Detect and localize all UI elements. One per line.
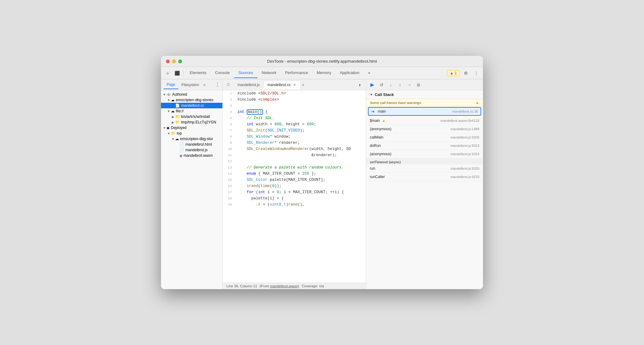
code-editor[interactable]: 1 #include <SDL2/SDL.h> 2 #include <comp… bbox=[223, 90, 366, 283]
cs-item-dorun[interactable]: doRun mandelbrot.js:9313 bbox=[366, 142, 483, 150]
tree-install[interactable]: ▶ 📁 b/s/w/ir/x/w/install bbox=[161, 114, 222, 119]
tree-wasm[interactable]: ▣ mandelbrot.wasm bbox=[161, 153, 222, 158]
tree-html[interactable]: 📄 mandelbrot.html bbox=[161, 142, 222, 147]
sidebar-tab-page[interactable]: Page bbox=[163, 81, 178, 89]
line-num-16: 16 bbox=[223, 183, 235, 189]
step-over-icon[interactable]: ↺ bbox=[378, 81, 385, 89]
cs-item-dolmain[interactable]: $main ▲ mandelbrot.wasm:0x4118 bbox=[366, 116, 483, 125]
call-stack-header[interactable]: ▼ Call Stack bbox=[366, 90, 483, 99]
sidebar-menu-icon[interactable]: ⋮ bbox=[215, 82, 220, 88]
cs-anon1-row: (anonymous) mandelbrot.js:1488 bbox=[370, 127, 479, 131]
settings-icon[interactable]: ⚙ bbox=[461, 69, 470, 77]
tree-emscripten-authored[interactable]: ▼ ☁ emscripten-dbg-stories bbox=[161, 97, 222, 103]
close-button[interactable] bbox=[166, 60, 170, 63]
code-tab-cc[interactable]: mandelbrot.cc ✕ bbox=[263, 81, 301, 89]
toolbar-right: ▲ 1 ⚙ ⋮ bbox=[447, 69, 481, 77]
code-line-19: 19 .r = (uint8_t)rand(), bbox=[223, 202, 366, 208]
cs-dorun-row: doRun mandelbrot.js:9313 bbox=[370, 143, 479, 148]
cs-runcaller-fn: runCaller bbox=[370, 175, 385, 179]
file-url-label: file:// bbox=[176, 109, 184, 113]
cs-dolmain-row: $main ▲ mandelbrot.wasm:0x4118 bbox=[370, 118, 479, 123]
sidebar-toggle-icon[interactable]: ⬡ bbox=[224, 81, 233, 89]
warning-badge[interactable]: ▲ 1 bbox=[447, 70, 460, 76]
tab-application[interactable]: Application bbox=[336, 68, 364, 78]
line-num-17: 17 bbox=[223, 189, 235, 195]
tab-console[interactable]: Console bbox=[211, 68, 234, 78]
title-bar: DevTools - emscripten-dbg-stories.netlif… bbox=[161, 56, 483, 67]
footer-from-file[interactable]: mandelbrot.wasm bbox=[270, 284, 298, 288]
minimize-button[interactable] bbox=[172, 60, 176, 63]
tab-network[interactable]: Network bbox=[258, 68, 281, 78]
inspect-icon[interactable]: ⊹ bbox=[163, 69, 172, 77]
cs-main-fn: ➜ main bbox=[371, 109, 386, 114]
tab-elements[interactable]: Elements bbox=[185, 68, 211, 78]
tree-arrow: ▼ bbox=[167, 132, 171, 135]
step-icon[interactable]: → bbox=[406, 81, 413, 89]
cs-item-run[interactable]: run mandelbrot.js:9320 bbox=[366, 164, 483, 173]
tab-memory[interactable]: Memory bbox=[312, 68, 336, 78]
wasm-label: mandelbrot.wasm bbox=[184, 153, 213, 158]
code-line-1: 1 #include <SDL2/SDL.h> bbox=[223, 90, 366, 97]
cs-item-anon2[interactable]: (anonymous) mandelbrot.js:9324 bbox=[366, 150, 483, 158]
tree-authored[interactable]: ▼ ◁▷ Authored bbox=[161, 92, 222, 97]
code-tab-more[interactable]: » bbox=[302, 83, 304, 87]
more-icon[interactable]: ⋮ bbox=[472, 69, 481, 77]
code-line-3: 3 bbox=[223, 103, 366, 109]
step-out-icon[interactable]: ↑ bbox=[396, 81, 404, 89]
code-line-13: 13 // Generate a palette with random col… bbox=[223, 164, 366, 171]
cloud-icon: ☁ bbox=[171, 98, 175, 102]
line-content-13: // Generate a palette with random colour… bbox=[235, 164, 366, 171]
cs-item-runcaller[interactable]: runCaller mandelbrot.js:9233 bbox=[366, 173, 483, 181]
code-line-15: 15 SDL_Color palette[MAX_ITER_COUNT]; bbox=[223, 177, 366, 183]
cs-anon2-fn: (anonymous) bbox=[370, 152, 391, 156]
sidebar-tab-filesystem[interactable]: Filesystem bbox=[178, 81, 202, 89]
cs-item-callmain[interactable]: callMain mandelbrot.js:9256 bbox=[366, 133, 483, 142]
sidebar-tab-more[interactable]: » bbox=[203, 83, 205, 87]
tree-deployed[interactable]: ▼ ◉ Deployed bbox=[161, 125, 222, 131]
line-content-17: for (int i = 0; i < MAX_ITER_COUNT; ++i)… bbox=[235, 189, 366, 195]
tab-more[interactable]: » bbox=[364, 68, 374, 78]
line-content-5: // Init SDL. bbox=[235, 115, 366, 121]
traffic-lights bbox=[166, 60, 182, 63]
line-num-2: 2 bbox=[223, 97, 235, 103]
install-label: b/s/w/ir/x/w/install bbox=[181, 114, 210, 119]
step-into-icon[interactable]: ↓ bbox=[387, 81, 394, 89]
tree-file-url[interactable]: ▼ ☁ file:// bbox=[161, 108, 222, 114]
cs-dorun-fn: doRun bbox=[370, 143, 381, 148]
tab-performance[interactable]: Performance bbox=[281, 68, 312, 78]
resume-icon[interactable]: ▶ bbox=[369, 81, 376, 89]
code-tab-js[interactable]: mandelbrot.js bbox=[234, 81, 263, 89]
deactivate-breakpoints-icon[interactable]: ⊘ bbox=[415, 81, 422, 89]
tree-top[interactable]: ▼ 📁 top bbox=[161, 131, 222, 136]
tree-emscripten-deployed[interactable]: ▼ ☁ emscripten-dbg-stor bbox=[161, 136, 222, 142]
code-line-5: 5 // Init SDL. bbox=[223, 115, 366, 121]
footer-from: (From mandelbrot.wasm) bbox=[260, 284, 299, 288]
code-line-4: 4 int main() { bbox=[223, 109, 366, 115]
pause-script-icon[interactable]: ⏵ bbox=[356, 81, 365, 89]
tree-tmp[interactable]: ▶ 📁 tmp/tmp.ELcTq2YGN bbox=[161, 119, 222, 125]
cs-anon1-location: mandelbrot.js:1488 bbox=[450, 127, 479, 131]
line-num-6: 6 bbox=[223, 121, 235, 127]
cs-item-anon1[interactable]: (anonymous) mandelbrot.js:1488 bbox=[366, 125, 483, 133]
cs-run-location: mandelbrot.js:9320 bbox=[450, 167, 479, 170]
html-icon: 📄 bbox=[180, 142, 184, 147]
cs-main-row: ➜ main mandelbrot.cc:38 bbox=[371, 109, 478, 114]
tab-sources[interactable]: Sources bbox=[234, 68, 258, 78]
line-num-11: 11 bbox=[223, 152, 235, 158]
device-icon[interactable]: ⬛ bbox=[173, 69, 181, 77]
close-tab-cc[interactable]: ✕ bbox=[292, 83, 297, 87]
top-folder-icon: 📁 bbox=[171, 131, 175, 135]
window-title: DevTools - emscripten-dbg-stories.netlif… bbox=[267, 59, 377, 64]
maximize-button[interactable] bbox=[178, 60, 182, 63]
sidebar: Page Filesystem » ⋮ ▼ ◁▷ Authored ▼ ☁ em… bbox=[161, 79, 223, 289]
call-stack-title: Call Stack bbox=[375, 92, 394, 97]
tree-js[interactable]: 📄 mandelbrot.js bbox=[161, 147, 222, 153]
tree-mandelbrot-cc[interactable]: 📄 mandelbrot.cc bbox=[161, 103, 222, 108]
cs-item-main[interactable]: ➜ main mandelbrot.cc:38 bbox=[368, 107, 481, 116]
line-content-6: int width = 600, height = 600; bbox=[235, 121, 366, 127]
line-content-4: int main() { bbox=[235, 109, 366, 115]
cs-run-fn: run bbox=[370, 166, 375, 171]
tree-arrow bbox=[175, 143, 180, 146]
code-line-11: 11 &renderer); bbox=[223, 152, 366, 158]
code-line-9: 9 SDL_Renderer* renderer; bbox=[223, 140, 366, 146]
